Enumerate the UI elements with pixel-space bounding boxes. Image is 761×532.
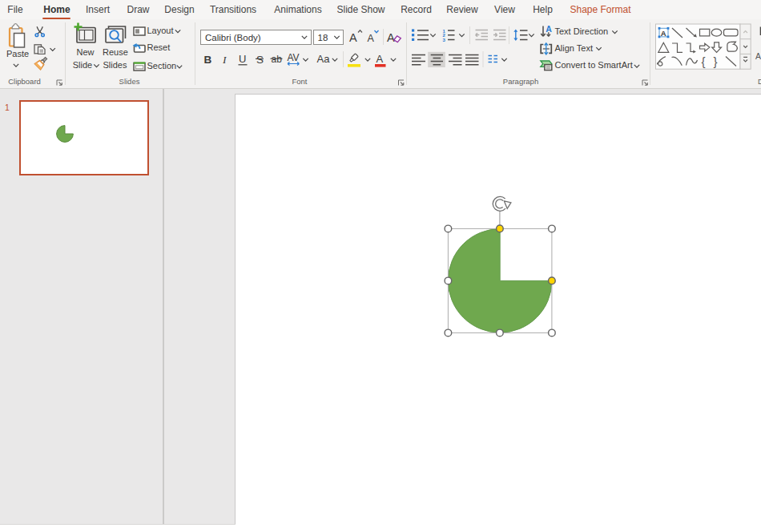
svg-text:A: A xyxy=(546,24,552,34)
svg-text:A: A xyxy=(387,31,395,44)
svg-text:A: A xyxy=(661,29,666,38)
svg-text:S: S xyxy=(256,54,264,66)
svg-text:3: 3 xyxy=(443,38,446,42)
svg-text:A: A xyxy=(376,53,384,65)
svg-text:AV: AV xyxy=(288,52,300,63)
svg-text:A: A xyxy=(368,33,375,44)
svg-text:A: A xyxy=(349,31,357,44)
svg-text:{: { xyxy=(702,54,706,68)
svg-text:}: } xyxy=(714,54,718,68)
svg-text:B: B xyxy=(204,54,212,66)
svg-text:U: U xyxy=(239,53,246,65)
svg-text:I: I xyxy=(222,54,227,66)
svg-text:Aa: Aa xyxy=(317,53,331,65)
